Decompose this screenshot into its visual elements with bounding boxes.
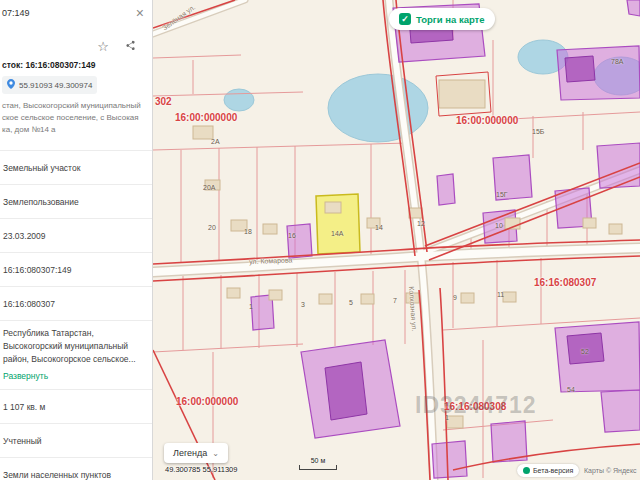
- chevron-down-icon: ⌄: [212, 449, 219, 458]
- map-graphics: [153, 0, 640, 480]
- scale-bar-line: [299, 465, 337, 470]
- parcel-info-panel: 07:149 × ☆ сток: 16:16:080307:149 55.910…: [0, 0, 153, 480]
- expand-link[interactable]: Развернуть: [3, 370, 150, 383]
- beta-label: Бета-версия: [533, 467, 573, 474]
- attr-object-type: Земельный участок: [0, 150, 152, 184]
- id-watermark: ID3244712: [415, 392, 537, 419]
- parcel-coordinates-chip[interactable]: 55.91093 49.300974: [2, 76, 97, 94]
- description-line: Высокогорский муниципальный: [3, 340, 150, 353]
- attr-land-category: Земли населенных пунктов: [0, 457, 152, 480]
- legend-button[interactable]: Легенда ⌄: [164, 443, 228, 463]
- map-canvas[interactable]: 30216:00:00000016:00:00000016:16:0803071…: [153, 0, 640, 480]
- favorite-star-icon[interactable]: ☆: [97, 39, 109, 54]
- scale-bar: 50 м: [299, 457, 337, 470]
- auctions-toggle-label: Торги на карте: [416, 14, 485, 25]
- legend-label: Легенда: [173, 448, 207, 458]
- attr-quarter-number: 16:16:080307: [0, 286, 152, 320]
- parcel-title: сток: 16:16:080307:149: [0, 58, 152, 70]
- cursor-coordinates: 49.300785 55.911309: [165, 465, 237, 474]
- map-attribution: Карты © Яндекс: [584, 467, 637, 474]
- share-icon[interactable]: [125, 37, 136, 55]
- beta-icon: [523, 467, 530, 474]
- panel-header: 07:149 ×: [0, 0, 152, 34]
- scale-label: 50 м: [311, 457, 326, 464]
- address-line: ское сельское поселение, с Высокая: [2, 112, 150, 124]
- beta-version-badge[interactable]: Бета-версия: [517, 464, 579, 477]
- description-line: Республика Татарстан,: [3, 327, 150, 340]
- attr-registration-date: 23.03.2009: [0, 218, 152, 252]
- map-pin-icon: [7, 79, 15, 91]
- parcel-address: стан, Высокогорский муниципальный ское с…: [2, 100, 150, 136]
- description-line: район, Высокогорское сельское...: [3, 353, 150, 366]
- checkbox-checked-icon[interactable]: ✓: [399, 13, 411, 25]
- panel-id-text: 07:149: [2, 8, 30, 18]
- attr-area: 1 107 кв. м: [0, 389, 152, 423]
- address-line: ка, дом №14 а: [2, 124, 150, 136]
- address-line: стан, Высокогорский муниципальный: [2, 100, 150, 112]
- attr-full-address: Республика Татарстан, Высокогорский муни…: [0, 320, 152, 389]
- attr-land-use: Землепользование: [0, 184, 152, 218]
- parcel-coordinates: 55.91093 49.300974: [19, 81, 92, 90]
- cadastral-map-app: 07:149 × ☆ сток: 16:16:080307:149 55.910…: [0, 0, 640, 480]
- close-icon[interactable]: ×: [136, 8, 144, 18]
- auctions-on-map-toggle[interactable]: ✓ Торги на карте: [389, 8, 495, 30]
- attr-status: Учтенный: [0, 423, 152, 457]
- panel-actions: ☆: [0, 34, 152, 58]
- attr-cadastral-number: 16:16:080307:149: [0, 252, 152, 286]
